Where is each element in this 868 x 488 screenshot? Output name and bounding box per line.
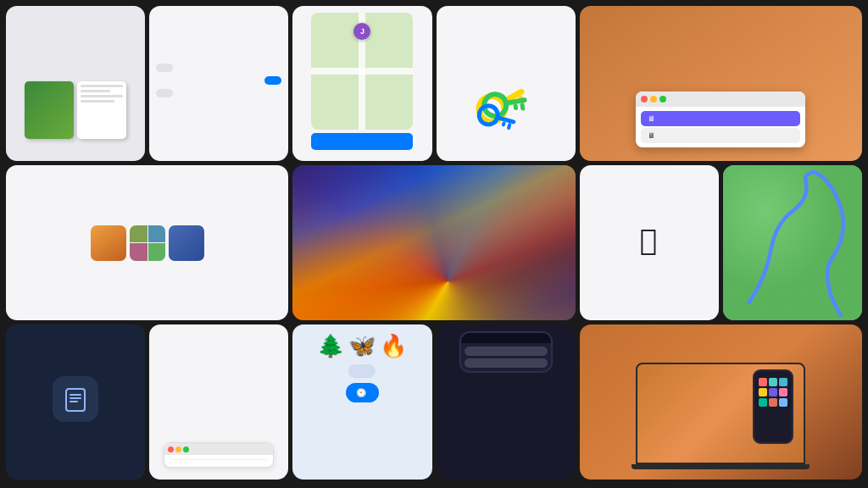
svg-rect-35: [70, 394, 81, 396]
thumb-orange: [91, 225, 126, 261]
thumb-blue: [169, 225, 204, 261]
phone-status-bar: [461, 333, 551, 343]
laptop-with-phone: [636, 363, 805, 469]
phone-app-grid: [757, 376, 789, 408]
macos-background-rays: [292, 165, 575, 320]
mirrored-phone: [753, 369, 793, 444]
main-features-grid: J: [0, 0, 868, 488]
map-marker: J: [353, 23, 370, 40]
card-emoji-sendlater: 🌲 🦋 🔥 🕙: [292, 324, 431, 480]
laptop-base: [632, 464, 810, 469]
card-iphone-mirroring: [580, 324, 862, 480]
presenter-titlebar: [636, 92, 805, 107]
notification-item-1: [465, 347, 548, 356]
tree-emoji: 🌲: [317, 333, 344, 359]
math-total-line: [171, 459, 266, 463]
safari-map: J: [311, 13, 413, 130]
aww-bubble: [156, 89, 173, 97]
math-notes-window: [164, 442, 274, 468]
presenter-dialog: 🖥 🖥: [636, 92, 805, 147]
close-btn: [641, 96, 648, 103]
apple-symbol: : [640, 225, 657, 254]
svg-rect-34: [66, 389, 85, 411]
thumb-grid: [130, 225, 165, 261]
card-window-tiling: [6, 6, 145, 161]
laptop-wallpaper: [637, 364, 804, 463]
emoji-tapbacks-bubble: [348, 364, 376, 378]
card-reader: [6, 324, 145, 480]
share-pages-option[interactable]: 🖥: [641, 128, 800, 143]
card-presenter-preview: 🖥 🖥: [580, 6, 862, 161]
tiling-illustration: [25, 81, 126, 149]
hiking-trail-map: [723, 165, 862, 320]
document-lines-icon: [62, 385, 89, 413]
card-collections-photos: [6, 165, 288, 320]
directions-button[interactable]: [311, 133, 413, 150]
passwords-keys-icon: [464, 66, 548, 151]
maximize-btn: [659, 96, 666, 103]
text-bubbles: [156, 64, 281, 97]
svg-rect-30: [506, 123, 511, 130]
card-macos-hero: [292, 165, 575, 320]
reader-icon-bg: [53, 376, 98, 422]
share-window-option[interactable]: 🖥: [641, 111, 800, 126]
card-passwords: [437, 6, 576, 161]
photo-thumbnails: [91, 225, 204, 261]
math-titlebar: [164, 443, 273, 455]
applepay-branding: : [640, 225, 659, 254]
card-text-effects: [149, 6, 288, 161]
tomorrow-bubble: 🕙: [346, 383, 379, 402]
laptop-body: [636, 363, 805, 464]
card-hiking-maps: [723, 165, 862, 320]
tapback-emojis: 🌲 🦋 🔥: [317, 333, 407, 359]
butterfly-emoji: 🦋: [348, 333, 376, 359]
svg-rect-26: [520, 103, 525, 111]
campfire-emoji: 🔥: [380, 333, 407, 359]
notifications-list: [461, 343, 551, 371]
svg-rect-37: [70, 401, 78, 402]
card-math-notes: [149, 324, 288, 480]
adorable-bubble: [264, 76, 281, 85]
congrats-bubble: [156, 64, 173, 72]
svg-rect-31: [501, 121, 505, 127]
card-safari-highlights: J: [292, 6, 431, 161]
minimize-btn: [650, 96, 657, 103]
svg-rect-36: [70, 397, 81, 399]
notification-item-2: [465, 358, 548, 368]
card-ios-notifications: [437, 324, 576, 480]
math-content: [164, 455, 273, 467]
ios-phone-frame: [459, 331, 553, 373]
card-apple-pay: : [580, 165, 719, 320]
